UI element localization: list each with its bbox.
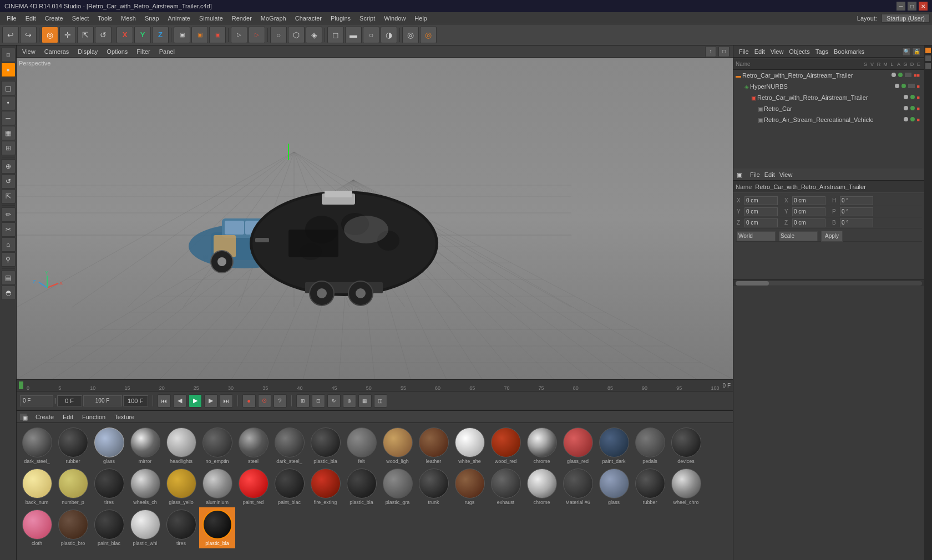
key-curves-button[interactable]: ◫: [374, 394, 387, 408]
menu-mesh[interactable]: Mesh: [116, 14, 140, 23]
render-button[interactable]: ▣: [209, 27, 226, 43]
menu-select[interactable]: Select: [68, 14, 94, 23]
lt-snap-button[interactable]: ⊟: [1, 48, 16, 62]
lt-translate-button[interactable]: ⊕: [1, 159, 16, 174]
rp-menu-edit[interactable]: Edit: [752, 48, 767, 55]
mat-plastic-blk[interactable]: plastic_bla: [307, 425, 343, 466]
viewport-tab-display[interactable]: Display: [75, 48, 100, 55]
mat-pedals[interactable]: pedals: [632, 425, 668, 466]
anim-button-2[interactable]: ▷: [249, 27, 265, 43]
viewport-maximize[interactable]: □: [718, 46, 730, 57]
mat-aluminium[interactable]: aluminium: [199, 466, 235, 507]
camera-button[interactable]: ◻: [327, 27, 344, 43]
mat-paint-red[interactable]: paint_red: [235, 466, 271, 507]
mat-plastic-bla2[interactable]: plastic_bla: [343, 466, 379, 507]
light-button[interactable]: ◑: [381, 27, 397, 43]
mat-wheel-chr[interactable]: wheel_chro: [668, 466, 704, 507]
obj-retro-car[interactable]: ▣ Retro_Car ■: [733, 103, 924, 114]
key-sel-button[interactable]: ⊡: [312, 394, 325, 408]
menu-plugins[interactable]: Plugins: [326, 14, 355, 23]
attr-y-input[interactable]: [744, 207, 778, 216]
viewport-move-up[interactable]: ↑: [705, 46, 716, 57]
attr-menu-file[interactable]: File: [750, 171, 760, 178]
attr-ez-input[interactable]: [792, 218, 825, 227]
mat-glass[interactable]: glass: [91, 425, 127, 466]
minimize-button[interactable]: ─: [896, 2, 905, 11]
mat-wood-light[interactable]: wood_ligh: [379, 425, 416, 466]
scroll-track[interactable]: [736, 281, 922, 286]
mat-paint-blk[interactable]: paint_blac: [271, 466, 307, 507]
viewport[interactable]: Perspective: [17, 58, 733, 379]
mat-exhaust[interactable]: exhaust: [488, 466, 524, 507]
lt-scale-button[interactable]: ⇱: [1, 189, 16, 203]
lt-edge-button[interactable]: ─: [1, 111, 16, 125]
hdr-button[interactable]: ◎: [420, 27, 437, 43]
close-button[interactable]: ✕: [919, 2, 928, 11]
mat-menu-texture[interactable]: Texture: [112, 413, 136, 421]
attr-menu-edit[interactable]: Edit: [764, 171, 775, 178]
lt-magnet-button[interactable]: ⚲: [1, 252, 16, 267]
menu-window[interactable]: Window: [379, 14, 410, 23]
x-axis-button[interactable]: X: [116, 27, 133, 43]
mat-plastic-bla3[interactable]: plastic_bla: [199, 507, 235, 548]
mat-dark-steel[interactable]: dark_steel_: [19, 425, 55, 466]
help-button[interactable]: ?: [273, 394, 287, 408]
obj-retro-airstream[interactable]: ▣ Retro_Air_Stream_Recreational_Vehicle …: [733, 114, 924, 125]
rp-lock-button[interactable]: 🔒: [912, 47, 921, 56]
rp-menu-objects[interactable]: Objects: [787, 48, 812, 55]
mat-menu-create[interactable]: Create: [33, 413, 56, 421]
mat-dark-steel2[interactable]: dark_steel_: [271, 425, 307, 466]
layout-value[interactable]: Startup (User): [882, 14, 930, 23]
mat-rubber2[interactable]: rubber: [632, 466, 668, 507]
poly-button[interactable]: ⬡: [288, 27, 305, 43]
viewport-tab-filter[interactable]: Filter: [134, 48, 152, 55]
lt-brush-button[interactable]: ⌂: [1, 237, 16, 252]
mat-menu-function[interactable]: Function: [80, 413, 108, 421]
mat-felt[interactable]: felt: [343, 425, 379, 466]
menu-render[interactable]: Render: [227, 14, 256, 23]
mat-tires2[interactable]: tires: [163, 507, 199, 548]
bottom-scrollbar[interactable]: [733, 279, 924, 286]
go-first-button[interactable]: ⏮: [158, 394, 171, 408]
mat-material6[interactable]: Material #6: [560, 466, 596, 507]
right-tab-1[interactable]: [925, 48, 931, 53]
lt-rotate-button[interactable]: ↺: [1, 174, 16, 189]
attr-h-input[interactable]: [840, 196, 873, 205]
move-button[interactable]: ✛: [59, 27, 76, 43]
right-tab-2[interactable]: [925, 55, 931, 61]
mat-devices[interactable]: devices: [668, 425, 704, 466]
scroll-thumb[interactable]: [736, 281, 769, 286]
sky-button[interactable]: ○: [363, 27, 379, 43]
start-frame-input[interactable]: [57, 395, 82, 406]
lt-mode-button[interactable]: ■: [1, 63, 16, 77]
lt-poly-pen-button[interactable]: ✏: [1, 207, 16, 222]
mat-paint-blk2[interactable]: paint_blac: [91, 507, 127, 548]
mat-plastic-bro[interactable]: plastic_bro: [55, 507, 91, 548]
stereo-button[interactable]: ◎: [402, 27, 419, 43]
menu-character[interactable]: Character: [291, 14, 326, 23]
menu-help[interactable]: Help: [410, 14, 432, 23]
key-all-button[interactable]: ⊞: [296, 394, 310, 408]
obj-retro-car-trailer[interactable]: ▬ Retro_Car_with_Retro_Airstream_Trailer…: [733, 70, 924, 81]
menu-animate[interactable]: Animate: [164, 14, 195, 23]
mat-white-sheen[interactable]: white_she: [452, 425, 488, 466]
attr-x-input[interactable]: [744, 196, 778, 205]
menu-tools[interactable]: Tools: [93, 14, 116, 23]
menu-snap[interactable]: Snap: [140, 14, 164, 23]
redo-button[interactable]: ↪: [20, 27, 37, 43]
scale-button[interactable]: ⇱: [77, 27, 94, 43]
mat-chrome[interactable]: chrome: [524, 425, 560, 466]
mat-glass-yell[interactable]: glass_yello: [163, 466, 199, 507]
mat-headlights[interactable]: headlights: [163, 425, 199, 466]
scale-dropdown[interactable]: Scale: [779, 231, 818, 241]
viewport-tab-panel[interactable]: Panel: [157, 48, 177, 55]
rp-menu-bookmarks[interactable]: Bookmarks: [832, 48, 867, 55]
rp-menu-file[interactable]: File: [737, 48, 751, 55]
anim-button-1[interactable]: ▷: [231, 27, 247, 43]
y-axis-button[interactable]: Y: [134, 27, 151, 43]
viewport-tab-cameras[interactable]: Cameras: [42, 48, 72, 55]
mat-plastic-whi[interactable]: plastic_whi: [127, 507, 163, 548]
attr-ey-input[interactable]: [792, 207, 825, 216]
mat-rubber[interactable]: rubber: [55, 425, 91, 466]
world-dropdown[interactable]: World: [737, 231, 776, 241]
